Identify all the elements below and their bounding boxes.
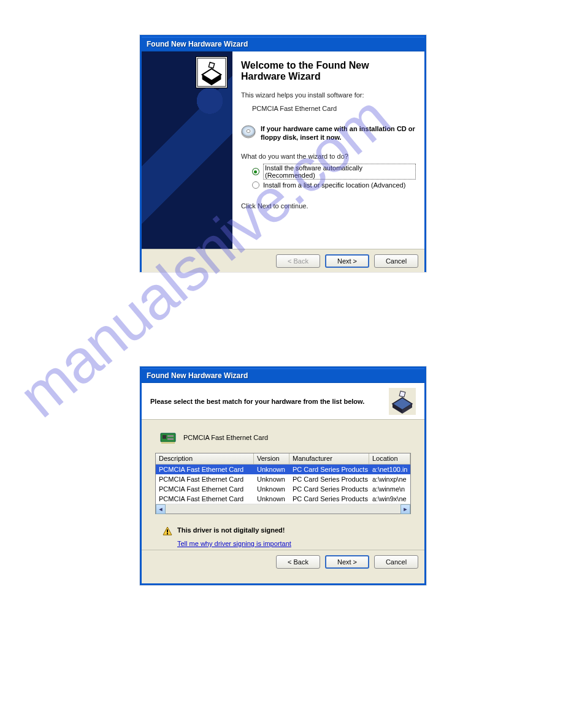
list-header: Description Version Manufacturer Locatio… xyxy=(156,453,410,464)
cell-ver: Unknown xyxy=(254,495,289,503)
next-button[interactable]: Next > xyxy=(325,254,369,268)
cell-ver: Unknown xyxy=(254,485,289,493)
signing-info-link[interactable]: Tell me why driver signing is important xyxy=(177,540,411,547)
button-bar: < Back Next > Cancel xyxy=(142,249,424,272)
cell-ver: Unknown xyxy=(254,465,289,474)
cell-man: PC Card Series Products xyxy=(289,485,369,493)
cell-loc: a:\win9x\ne xyxy=(369,495,410,503)
cd-prompt: If your hardware came with an installati… xyxy=(261,124,416,142)
col-description[interactable]: Description xyxy=(156,453,254,464)
svg-rect-15 xyxy=(167,438,174,440)
device-name: PCMCIA Fast Ethernet Card xyxy=(183,434,268,441)
wizard-heading: Welcome to the Found New Hardware Wizard xyxy=(241,60,416,83)
radio-install-list[interactable]: Install from a list or specific location… xyxy=(252,181,416,189)
col-manufacturer[interactable]: Manufacturer xyxy=(289,453,369,464)
svg-rect-18 xyxy=(167,529,168,533)
warning-icon xyxy=(163,526,172,536)
hardware-wizard-dialog-1: Found New Hardware Wizard Welcome to the… xyxy=(140,35,426,272)
cd-icon xyxy=(241,124,256,139)
scroll-right-icon[interactable]: ► xyxy=(400,504,410,514)
svg-rect-4 xyxy=(209,63,214,68)
next-button[interactable]: Next > xyxy=(325,555,369,569)
list-item[interactable]: PCMCIA Fast Ethernet Card Unknown PC Car… xyxy=(156,464,410,474)
cell-ver: Unknown xyxy=(254,475,289,483)
radio-install-auto[interactable]: Install the software automatically (Reco… xyxy=(252,164,416,180)
col-version[interactable]: Version xyxy=(254,453,289,464)
cell-desc: PCMCIA Fast Ethernet Card xyxy=(156,475,254,483)
wizard-question: What do you want the wizard to do? xyxy=(241,153,416,160)
back-button[interactable]: < Back xyxy=(276,555,320,569)
radio-dot-icon xyxy=(252,168,259,175)
list-item[interactable]: PCMCIA Fast Ethernet Card Unknown PC Car… xyxy=(156,494,410,504)
cell-loc: a:\winme\n xyxy=(369,485,410,493)
radio-auto-label: Install the software automatically (Reco… xyxy=(263,164,416,180)
svg-rect-14 xyxy=(167,435,174,437)
list-item[interactable]: PCMCIA Fast Ethernet Card Unknown PC Car… xyxy=(156,474,410,484)
hardware-box-icon xyxy=(389,388,416,415)
radio-empty-icon xyxy=(252,181,259,189)
cancel-button[interactable]: Cancel xyxy=(374,254,418,268)
cell-desc: PCMCIA Fast Ethernet Card xyxy=(156,465,254,474)
cell-man: PC Card Series Products xyxy=(289,475,369,483)
hardware-box-icon xyxy=(196,56,228,88)
wizard-subheading: Please select the best match for your ha… xyxy=(150,398,364,405)
titlebar: Found New Hardware Wizard xyxy=(142,37,424,51)
cell-man: PC Card Series Products xyxy=(289,465,369,474)
driver-list[interactable]: Description Version Manufacturer Locatio… xyxy=(155,453,411,514)
cancel-button[interactable]: Cancel xyxy=(374,555,418,569)
svg-rect-16 xyxy=(161,442,175,444)
col-location[interactable]: Location xyxy=(369,453,410,464)
device-name: PCMCIA Fast Ethernet Card xyxy=(252,105,416,112)
wizard-sidebar-graphic xyxy=(142,51,232,249)
radio-list-label: Install from a list or specific location… xyxy=(263,181,405,189)
svg-point-7 xyxy=(247,129,250,132)
back-button: < Back xyxy=(276,254,320,268)
button-bar: < Back Next > Cancel xyxy=(142,550,424,573)
cell-loc: a:\winxp\ne xyxy=(369,475,410,483)
svg-rect-13 xyxy=(163,435,166,439)
hardware-wizard-dialog-2: Found New Hardware Wizard Please select … xyxy=(140,366,426,585)
cell-man: PC Card Series Products xyxy=(289,495,369,503)
cell-loc: a:\net100.in xyxy=(369,465,410,474)
warning-text: This driver is not digitally signed! xyxy=(177,526,285,534)
cell-desc: PCMCIA Fast Ethernet Card xyxy=(156,485,254,493)
scroll-left-icon[interactable]: ◄ xyxy=(156,504,166,514)
titlebar: Found New Hardware Wizard xyxy=(142,368,424,383)
wizard-continue: Click Next to continue. xyxy=(241,202,416,210)
wizard-intro: This wizard helps you install software f… xyxy=(241,91,416,99)
cell-desc: PCMCIA Fast Ethernet Card xyxy=(156,495,254,503)
list-item[interactable]: PCMCIA Fast Ethernet Card Unknown PC Car… xyxy=(156,484,410,494)
svg-rect-19 xyxy=(167,533,168,534)
network-card-icon xyxy=(160,431,177,444)
horizontal-scrollbar[interactable]: ◄ ► xyxy=(156,504,410,514)
svg-rect-11 xyxy=(399,391,405,397)
